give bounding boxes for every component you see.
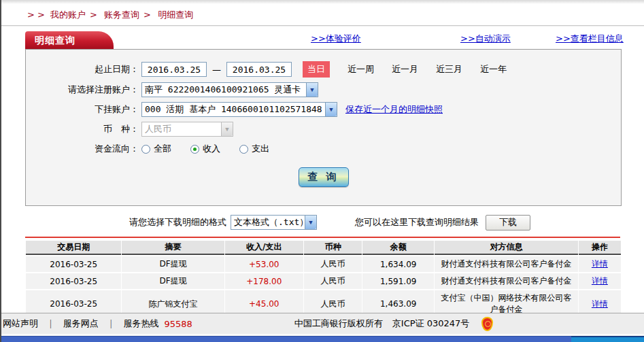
today-button[interactable]: 当日 [303, 61, 330, 78]
radio-flow-all-label: 全部 [154, 143, 171, 155]
quick-range-week[interactable]: 近一周 [348, 63, 374, 75]
register-account-select[interactable]: 南平 6222001406100921065 灵通卡 ▼ [141, 82, 318, 97]
sub-account-select[interactable]: 000 活期 基本户 1406600101102571848 ▼ [141, 102, 337, 117]
chevron-down-icon: ▼ [221, 122, 233, 136]
col-header-balance: 余额 [362, 241, 434, 255]
query-form-panel: 起止日期： — 当日 近一周 近一月 近三月 近一年 请选择注册账户： 南平 6… [25, 49, 622, 206]
sub-account-value: 000 活期 基本户 1406600101102571848 [142, 103, 325, 116]
register-account-row: 请选择注册账户： 南平 6222001406100921065 灵通卡 ▼ [26, 82, 621, 97]
currency-value: 人民币 [142, 123, 221, 135]
cell-balance: 1,591.09 [362, 273, 434, 289]
detail-link[interactable]: 详情 [592, 276, 608, 286]
breadcrumb-separator: > [90, 10, 97, 20]
footer-copyright-group: 中国工商银行版权所有 京ICP证 030247号 [294, 317, 494, 331]
save-monthly-snapshot-link[interactable]: 保存近一个月的明细快照 [345, 103, 443, 116]
download-row: 请您选择下载明细的格式 文本格式（.txt） ▼ 您可以在这里下载查询明细结果 … [129, 214, 644, 230]
footer-link-service-outlets[interactable]: 服务网点 [63, 318, 99, 330]
sub-account-label: 下挂账户： [26, 103, 141, 116]
date-range-row: 起止日期： — 当日 近一周 近一月 近三月 近一年 [26, 61, 621, 78]
currency-row: 币 种： 人民币 ▼ [26, 122, 621, 137]
download-format-value: 文本格式（.txt） [231, 216, 305, 228]
table-top-divider [25, 237, 620, 238]
icp-emblem-icon [481, 317, 493, 331]
col-header-counterparty: 对方信息 [435, 241, 577, 255]
footer-copyright: 中国工商银行版权所有 [294, 318, 383, 330]
currency-select-disabled: 人民币 ▼ [141, 122, 233, 137]
col-header-date: 交易日期 [26, 241, 121, 255]
cell-amount: +53.00 [225, 256, 303, 272]
footer-left-links: 网站声明 ｜ 服务网点 ｜ 服务热线 95588 [1, 318, 192, 330]
radio-flow-expense[interactable]: 支出 [239, 143, 269, 155]
date-to-input[interactable] [226, 62, 292, 77]
col-header-action: 操作 [579, 241, 621, 255]
cell-action: 详情 [579, 273, 621, 289]
breadcrumb-item-my-account[interactable]: 我的账户 [50, 10, 86, 20]
radio-circle-icon [190, 145, 199, 154]
quick-range-year[interactable]: 近一年 [480, 63, 507, 75]
footer-link-site-statement[interactable]: 网站声明 [3, 318, 38, 330]
footer-hotline-number: 95588 [164, 319, 192, 329]
register-account-value: 南平 6222001406100921065 灵通卡 [142, 84, 306, 96]
transaction-table: 交易日期 摘要 收入/支出 币种 余额 对方信息 操作 2016-03-25 D… [25, 239, 622, 319]
chevron-down-icon[interactable]: ▼ [305, 216, 316, 229]
table-row: 2016-03-25 DF提现 +53.00 人民币 1,634.09 财付通支… [26, 256, 621, 272]
breadcrumb-item-detail-query: 明细查询 [158, 10, 193, 20]
top-links: >>体验评价 >>自动演示 >>查看栏目信息 [25, 33, 620, 45]
fund-flow-label: 资金流向： [26, 143, 141, 155]
radio-flow-expense-label: 支出 [252, 143, 269, 155]
cell-balance: 1,634.09 [362, 256, 434, 272]
date-range-label: 起止日期： [26, 63, 141, 75]
cell-amount: +178.00 [225, 273, 303, 289]
table-row: 2016-03-25 DF提现 +178.00 人民币 1,591.09 财付通… [26, 273, 621, 289]
detail-link[interactable]: 详情 [592, 259, 608, 269]
chevron-down-icon[interactable]: ▼ [325, 103, 337, 116]
footer-icp: 京ICP证 030247号 [392, 318, 470, 330]
radio-flow-income-label: 收入 [203, 143, 220, 155]
link-view-column-info[interactable]: >>查看栏目信息 [556, 33, 624, 45]
radio-flow-income[interactable]: 收入 [190, 143, 220, 155]
register-account-label: 请选择注册账户： [26, 84, 141, 96]
footer-separator: ｜ [46, 318, 55, 330]
date-dash: — [212, 65, 221, 75]
cell-date: 2016-03-25 [26, 256, 121, 272]
download-hint-label: 您可以在这里下载查询明细结果 [355, 216, 479, 228]
date-from-input[interactable] [141, 62, 207, 77]
fund-flow-options: 全部 收入 支出 [141, 143, 288, 155]
query-button[interactable]: 查 询 [299, 167, 349, 187]
col-header-amount: 收入/支出 [225, 241, 303, 255]
cell-summary: DF提现 [122, 273, 224, 289]
detail-link[interactable]: 详情 [592, 299, 608, 309]
col-header-summary: 摘要 [122, 241, 224, 255]
quick-range-quarter[interactable]: 近三月 [436, 63, 462, 75]
page: > > 我的账户> 账务查询> 明细查询 明细查询 >>体验评价 >>自动演示 … [0, 0, 644, 342]
bottom-bar [1, 336, 644, 342]
tab-row: 明细查询 >>体验评价 >>自动演示 >>查看栏目信息 [25, 31, 620, 49]
bottom-bar-left [1, 336, 571, 342]
breadcrumb-divider [1, 25, 644, 26]
download-format-select[interactable]: 文本格式（.txt） ▼ [231, 215, 317, 230]
radio-circle-icon [239, 145, 248, 154]
fund-flow-row: 资金流向： 全部 收入 支出 [26, 141, 621, 156]
cell-date: 2016-03-25 [26, 273, 121, 289]
quick-range-month[interactable]: 近一月 [392, 63, 418, 75]
footer: 网站声明 ｜ 服务网点 ｜ 服务热线 95588 中国工商银行版权所有 京ICP… [1, 313, 644, 342]
cell-counterparty: 财付通支付科技有限公司客户备付金 [435, 256, 577, 272]
query-button-row: 查 询 [26, 167, 621, 187]
radio-flow-all[interactable]: 全部 [141, 143, 171, 155]
currency-label: 币 种： [26, 123, 141, 135]
table-header-row: 交易日期 摘要 收入/支出 币种 余额 对方信息 操作 [26, 241, 621, 255]
link-auto-demo[interactable]: >>自动演示 [460, 33, 511, 45]
footer-separator: ｜ [107, 318, 116, 330]
footer-hotline-label: 服务热线 [123, 318, 158, 330]
download-button[interactable]: 下载 [486, 215, 530, 230]
cell-currency: 人民币 [304, 273, 362, 289]
breadcrumb-item-account-query[interactable]: 账务查询 [104, 10, 139, 20]
breadcrumb: > > 我的账户> 账务查询> 明细查询 [1, 4, 644, 25]
radio-circle-icon [141, 145, 150, 154]
download-format-label: 请您选择下载明细的格式 [129, 216, 226, 228]
cell-counterparty: 财付通支付科技有限公司客户备付金 [435, 273, 577, 289]
cell-currency: 人民币 [304, 256, 362, 272]
link-experience-rating[interactable]: >>体验评价 [311, 33, 361, 45]
chevron-down-icon[interactable]: ▼ [306, 83, 318, 97]
bottom-bar-right [571, 336, 644, 342]
